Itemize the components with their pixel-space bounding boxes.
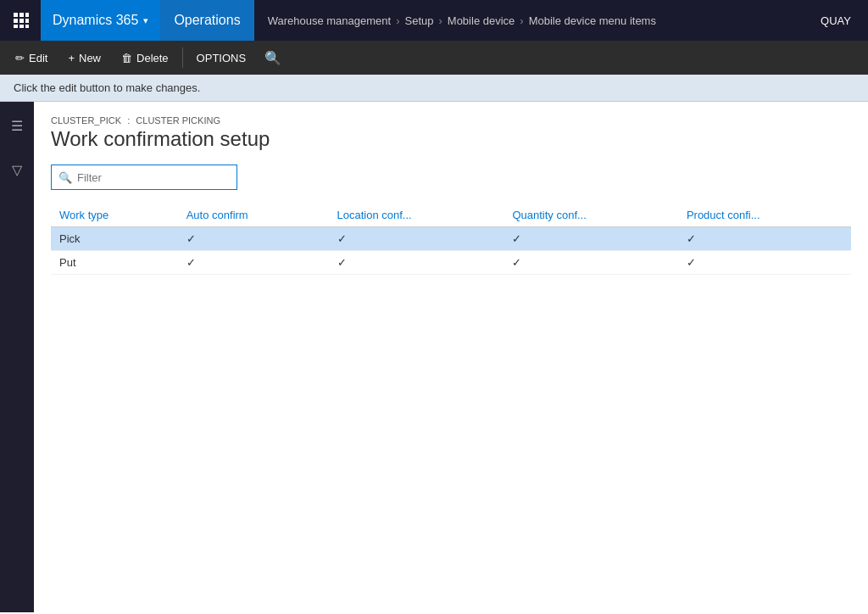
new-button[interactable]: + New bbox=[59, 44, 109, 71]
delete-label: Delete bbox=[136, 52, 169, 64]
sep1: › bbox=[396, 14, 399, 27]
data-table: Work type Auto confirm Location conf... … bbox=[51, 204, 851, 275]
options-label: OPTIONS bbox=[197, 52, 247, 64]
operations-label: Operations bbox=[174, 13, 240, 28]
plus-icon: + bbox=[68, 52, 75, 64]
top-nav: Dynamics 365 ▾ Operations Warehouse mana… bbox=[0, 0, 868, 41]
cell-auto-confirm: ✓ bbox=[178, 227, 329, 251]
info-message: Click the edit button to make changes. bbox=[14, 81, 200, 94]
delete-icon: 🗑 bbox=[121, 52, 132, 64]
edit-icon: ✏ bbox=[15, 52, 25, 64]
svg-rect-3 bbox=[14, 19, 18, 23]
grid-icon[interactable] bbox=[8, 8, 34, 33]
svg-rect-8 bbox=[25, 25, 29, 28]
breadcrumb-menu-items[interactable]: Mobile device menu items bbox=[529, 14, 656, 27]
svg-rect-4 bbox=[19, 19, 24, 23]
dynamics-label: Dynamics 365 bbox=[53, 13, 138, 28]
toolbar: ✏ Edit + New 🗑 Delete OPTIONS 🔍 bbox=[0, 41, 868, 75]
table-row[interactable]: Pick✓✓✓✓ bbox=[51, 227, 851, 251]
svg-rect-5 bbox=[25, 19, 29, 23]
cell-location-conf: ✓ bbox=[329, 227, 504, 251]
dynamics-nav[interactable]: Dynamics 365 ▾ bbox=[41, 0, 160, 41]
edit-button[interactable]: ✏ Edit bbox=[7, 44, 56, 71]
cell-auto-confirm: ✓ bbox=[178, 251, 329, 275]
col-work-type: Work type bbox=[51, 204, 178, 227]
operations-nav[interactable]: Operations bbox=[160, 0, 253, 41]
main-container: ☰ ▽ CLUSTER_PICK : CLUSTER PICKING Work … bbox=[0, 102, 868, 612]
breadcrumb-mobile[interactable]: Mobile device bbox=[448, 14, 515, 27]
svg-rect-6 bbox=[14, 25, 18, 28]
user-label[interactable]: QUAY bbox=[812, 14, 860, 27]
search-icon: 🔍 bbox=[264, 51, 281, 65]
cell-work-type: Pick bbox=[51, 227, 178, 251]
toolbar-divider bbox=[182, 47, 183, 68]
sidebar: ☰ ▽ bbox=[0, 102, 34, 612]
content-area: CLUSTER_PICK : CLUSTER PICKING Work conf… bbox=[34, 102, 868, 612]
search-button[interactable]: 🔍 bbox=[258, 47, 288, 70]
cell-location-conf: ✓ bbox=[329, 251, 504, 275]
breadcrumb: Warehouse management › Setup › Mobile de… bbox=[254, 14, 812, 27]
breadcrumb-warehouse[interactable]: Warehouse management bbox=[268, 14, 392, 27]
edit-label: Edit bbox=[29, 52, 47, 64]
svg-rect-0 bbox=[14, 13, 18, 17]
cell-work-type: Put bbox=[51, 251, 178, 275]
col-location-conf: Location conf... bbox=[329, 204, 504, 227]
col-quantity-conf: Quantity conf... bbox=[504, 204, 677, 227]
cell-quantity-conf: ✓ bbox=[504, 251, 677, 275]
svg-rect-7 bbox=[19, 25, 24, 28]
breadcrumb-setup[interactable]: Setup bbox=[404, 14, 433, 27]
cell-product-conf: ✓ bbox=[678, 251, 851, 275]
record-id: CLUSTER_PICK : CLUSTER PICKING bbox=[51, 115, 851, 126]
col-product-conf: Product confi... bbox=[678, 204, 851, 227]
info-bar: Click the edit button to make changes. bbox=[0, 75, 868, 102]
dynamics-chevron: ▾ bbox=[143, 15, 148, 26]
cluster-picking-label: CLUSTER PICKING bbox=[136, 115, 220, 126]
table-row[interactable]: Put✓✓✓✓ bbox=[51, 251, 851, 275]
new-label: New bbox=[79, 52, 101, 64]
cell-quantity-conf: ✓ bbox=[504, 227, 677, 251]
sep3: › bbox=[520, 14, 523, 27]
options-button[interactable]: OPTIONS bbox=[188, 44, 255, 71]
delete-button[interactable]: 🗑 Delete bbox=[113, 44, 177, 71]
sidebar-hamburger-icon[interactable]: ☰ bbox=[2, 110, 32, 141]
page-title: Work confirmation setup bbox=[51, 127, 851, 151]
filter-search-icon: 🔍 bbox=[58, 171, 72, 184]
table-header-row: Work type Auto confirm Location conf... … bbox=[51, 204, 851, 227]
cell-product-conf: ✓ bbox=[678, 227, 851, 251]
filter-container: 🔍 bbox=[51, 165, 237, 190]
filter-input[interactable] bbox=[77, 171, 230, 184]
col-auto-confirm: Auto confirm bbox=[178, 204, 329, 227]
sidebar-filter-icon[interactable]: ▽ bbox=[2, 154, 32, 185]
svg-rect-2 bbox=[25, 13, 29, 17]
cluster-pick-id: CLUSTER_PICK bbox=[51, 115, 121, 126]
record-separator: : bbox=[127, 115, 132, 126]
sep2: › bbox=[438, 14, 442, 27]
svg-rect-1 bbox=[19, 13, 24, 17]
